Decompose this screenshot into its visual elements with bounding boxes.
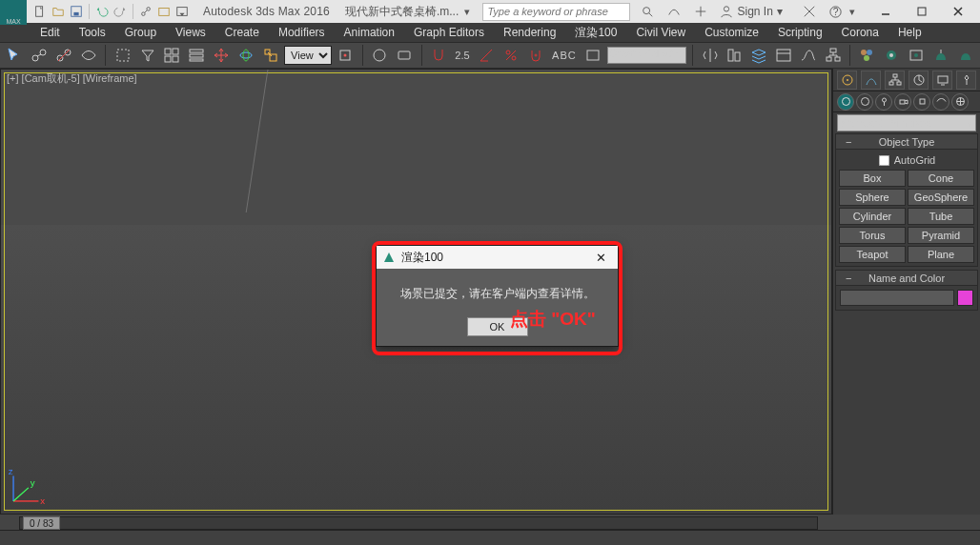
redo-icon[interactable] [112, 4, 128, 19]
connect-icon[interactable] [664, 2, 684, 21]
menu-animation[interactable]: Animation [335, 23, 404, 42]
tab-utilities-icon[interactable] [956, 71, 976, 90]
unlink-icon[interactable] [53, 44, 75, 67]
tab-modify-icon[interactable] [861, 71, 881, 90]
select-rotate-icon[interactable] [235, 44, 256, 67]
btn-geosphere[interactable]: GeoSphere [908, 189, 974, 206]
project-icon[interactable] [156, 4, 172, 19]
dialog-close-button[interactable]: ✕ [589, 246, 612, 269]
btn-tube[interactable]: Tube [908, 208, 974, 225]
close-button[interactable] [940, 0, 976, 23]
sign-in-button[interactable]: Sign In ▾ [720, 5, 782, 18]
time-slider[interactable]: 0 / 83 [19, 516, 818, 530]
btn-plane[interactable]: Plane [908, 246, 974, 263]
rollout-header-object-type[interactable]: −Object Type [836, 134, 977, 150]
rollout-header-name-color[interactable]: −Name and Color [836, 271, 977, 286]
menu-civil-view[interactable]: Civil View [626, 23, 695, 42]
object-name-input[interactable] [840, 290, 954, 306]
angle-snap-icon[interactable] [476, 44, 498, 67]
tab-create-icon[interactable] [837, 71, 857, 90]
spinner-snap-icon[interactable] [524, 44, 546, 67]
tab-motion-icon[interactable] [909, 71, 929, 90]
sub-cameras-icon[interactable] [894, 93, 911, 111]
select-filter-icon[interactable] [136, 44, 158, 67]
maximize-button[interactable] [904, 0, 940, 23]
primitive-category-dropdown[interactable]: Standard Primitives▾ [837, 114, 976, 131]
menu-customize[interactable]: Customize [695, 23, 768, 42]
curve-editor-icon[interactable] [797, 44, 819, 67]
align-icon[interactable] [724, 44, 745, 67]
object-color-swatch[interactable] [957, 290, 973, 306]
btn-cone[interactable]: Cone [908, 170, 974, 187]
sub-lights-icon[interactable] [875, 93, 892, 111]
select-object-icon[interactable] [4, 44, 26, 67]
render-frame-icon[interactable] [906, 44, 928, 67]
menu-tools[interactable]: Tools [70, 23, 115, 42]
exchange-store-icon[interactable] [800, 2, 819, 21]
sub-helpers-icon[interactable] [913, 93, 930, 111]
snap-toggle-icon[interactable] [427, 44, 449, 67]
bind-spacewarp-icon[interactable] [77, 44, 99, 67]
menu-modifiers[interactable]: Modifiers [269, 23, 335, 42]
menu-create[interactable]: Create [215, 23, 269, 42]
save-icon[interactable] [69, 4, 84, 19]
select-by-name-icon[interactable] [186, 44, 208, 67]
btn-torus[interactable]: Torus [839, 227, 906, 244]
keyboard-shortcut-icon[interactable] [394, 44, 416, 67]
mirror-icon[interactable] [699, 44, 721, 67]
help-search-input[interactable] [482, 3, 630, 21]
sub-geometry-icon[interactable] [837, 93, 854, 111]
minimize-button[interactable] [868, 0, 904, 23]
menu-rendering[interactable]: Rendering [494, 23, 565, 42]
time-slider-current[interactable]: 0 / 83 [23, 516, 60, 530]
menu-help[interactable]: Help [888, 23, 931, 42]
menu-edit[interactable]: Edit [31, 23, 70, 42]
btn-teapot[interactable]: Teapot [839, 246, 906, 263]
schematic-view-icon[interactable] [822, 44, 844, 67]
menu-graph-editors[interactable]: Graph Editors [404, 23, 494, 42]
sub-shapes-icon[interactable] [856, 93, 873, 111]
pivot-icon[interactable] [335, 44, 357, 67]
open-file-icon[interactable] [51, 4, 66, 19]
dialog-titlebar[interactable]: 渲染100 ✕ [377, 246, 618, 269]
select-link-icon[interactable] [29, 44, 51, 67]
select-region-icon[interactable] [112, 44, 133, 67]
help-icon[interactable]: ? [827, 2, 846, 21]
coord-system-dropdown[interactable]: View [284, 46, 332, 65]
exchange-icon[interactable] [691, 2, 710, 21]
sub-systems-icon[interactable] [951, 93, 969, 111]
title-dropdown-icon[interactable]: ▾ [464, 6, 470, 18]
help-search-field[interactable] [487, 6, 625, 17]
menu-scripting[interactable]: Scripting [768, 23, 832, 42]
edit-named-sel-icon[interactable] [582, 44, 604, 67]
btn-cylinder[interactable]: Cylinder [839, 208, 906, 225]
layer-explorer-icon[interactable] [773, 44, 795, 67]
btn-sphere[interactable]: Sphere [839, 189, 906, 206]
sub-spacewarps-icon[interactable] [932, 93, 949, 111]
select-all-icon[interactable] [161, 44, 183, 67]
render-production-icon[interactable] [930, 44, 952, 67]
tab-display-icon[interactable] [932, 71, 952, 90]
select-move-icon[interactable] [211, 44, 233, 67]
btn-box[interactable]: Box [839, 170, 906, 187]
select-scale-icon[interactable] [259, 44, 281, 67]
undo-icon[interactable] [94, 4, 110, 19]
material-editor-icon[interactable] [856, 44, 878, 67]
help-dropdown-icon[interactable]: ▾ [849, 6, 855, 18]
render-last-icon[interactable] [954, 44, 976, 67]
search-button-icon[interactable] [638, 2, 657, 21]
menu-render100[interactable]: 渲染100 [565, 23, 626, 42]
menu-group[interactable]: Group [115, 23, 166, 42]
percent-snap-icon[interactable] [500, 44, 521, 67]
menu-views[interactable]: Views [166, 23, 215, 42]
menu-corona[interactable]: Corona [832, 23, 888, 42]
named-selection-dropdown[interactable]: Create Selection Se [607, 47, 687, 64]
link-icon[interactable] [138, 4, 153, 19]
autogrid-checkbox[interactable]: AutoGrid [839, 152, 974, 168]
render-setup-icon[interactable] [881, 44, 903, 67]
tab-hierarchy-icon[interactable] [885, 71, 905, 90]
btn-pyramid[interactable]: Pyramid [908, 227, 974, 244]
new-file-icon[interactable] [32, 4, 48, 19]
layers-icon[interactable] [748, 44, 770, 67]
select-manipulate-icon[interactable] [369, 44, 391, 67]
